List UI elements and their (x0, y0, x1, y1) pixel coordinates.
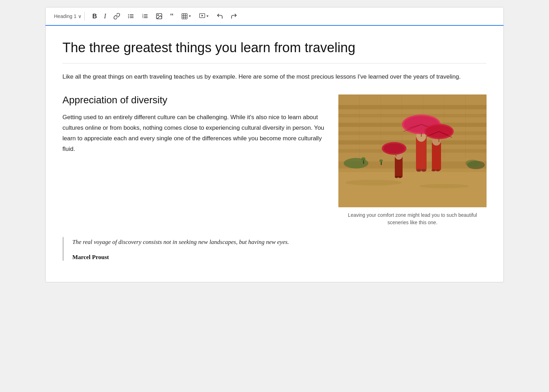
section-heading[interactable]: Appreciation of diversity (62, 94, 324, 106)
link-button[interactable] (111, 11, 122, 21)
svg-point-75 (379, 159, 383, 162)
svg-point-0 (128, 14, 129, 16)
svg-point-73 (361, 157, 366, 161)
svg-point-61 (436, 169, 440, 171)
svg-marker-20 (201, 15, 203, 17)
svg-point-38 (345, 180, 402, 185)
undo-button[interactable] (214, 11, 225, 21)
svg-rect-28 (338, 149, 487, 153)
svg-rect-7 (144, 14, 147, 15)
blockquote-section: The real voyage of discovery consists no… (62, 237, 487, 261)
style-selector[interactable]: Heading 1 ∨ (51, 12, 85, 20)
italic-button[interactable]: I (102, 12, 108, 21)
svg-rect-1 (129, 14, 133, 15)
document-title[interactable]: The three greatest things you learn from… (62, 40, 487, 63)
svg-rect-27 (338, 140, 487, 145)
svg-point-13 (158, 15, 159, 16)
content-left: Appreciation of diversity Getting used t… (62, 94, 324, 154)
bullet-list-button[interactable] (125, 11, 137, 21)
svg-rect-51 (432, 142, 441, 170)
svg-rect-3 (129, 16, 133, 17)
intro-paragraph[interactable]: Like all the great things on earth trave… (62, 72, 487, 82)
image-caption: Leaving your comfort zone might lead you… (338, 212, 487, 226)
media-button[interactable] (197, 11, 211, 21)
svg-point-39 (420, 184, 469, 188)
chevron-down-icon: ∨ (78, 13, 82, 19)
editor-body[interactable]: The three greatest things you learn from… (46, 26, 503, 282)
svg-point-65 (384, 143, 405, 153)
bold-button[interactable]: B (90, 12, 99, 21)
blockquote-bar (62, 237, 64, 261)
svg-point-71 (465, 160, 479, 167)
image-button[interactable] (153, 11, 165, 21)
travel-image (338, 94, 487, 207)
redo-button[interactable] (228, 11, 240, 21)
svg-rect-23 (338, 105, 487, 109)
svg-point-68 (398, 176, 402, 178)
section-body[interactable]: Getting used to an entirely different cu… (62, 112, 324, 154)
toolbar: Heading 1 ∨ B I 1. 2. 3. (46, 7, 503, 26)
numbered-list-button[interactable]: 1. 2. 3. (139, 11, 151, 21)
svg-point-50 (421, 169, 426, 172)
svg-point-60 (432, 169, 436, 171)
svg-rect-14 (182, 14, 187, 19)
svg-point-2 (128, 16, 129, 17)
editor-container: Heading 1 ∨ B I 1. 2. 3. (45, 7, 504, 282)
svg-rect-5 (129, 17, 133, 18)
blockquote-content: The real voyage of discovery consists no… (72, 237, 487, 261)
table-button[interactable] (179, 11, 194, 21)
quote-button[interactable]: " (168, 11, 176, 22)
content-right: Leaving your comfort zone might lead you… (338, 94, 487, 226)
blockquote-text: The real voyage of discovery consists no… (72, 237, 487, 247)
svg-rect-40 (416, 137, 427, 170)
svg-point-49 (416, 169, 421, 172)
svg-rect-9 (144, 16, 147, 17)
svg-text:3.: 3. (142, 16, 144, 18)
svg-point-4 (128, 17, 129, 18)
svg-point-67 (395, 176, 398, 178)
blockquote-author: Marcel Proust (72, 254, 487, 261)
image-figure: Leaving your comfort zone might lead you… (338, 94, 487, 226)
svg-rect-11 (144, 17, 147, 18)
content-row: Appreciation of diversity Getting used t… (62, 94, 487, 226)
style-label: Heading 1 (54, 13, 77, 19)
